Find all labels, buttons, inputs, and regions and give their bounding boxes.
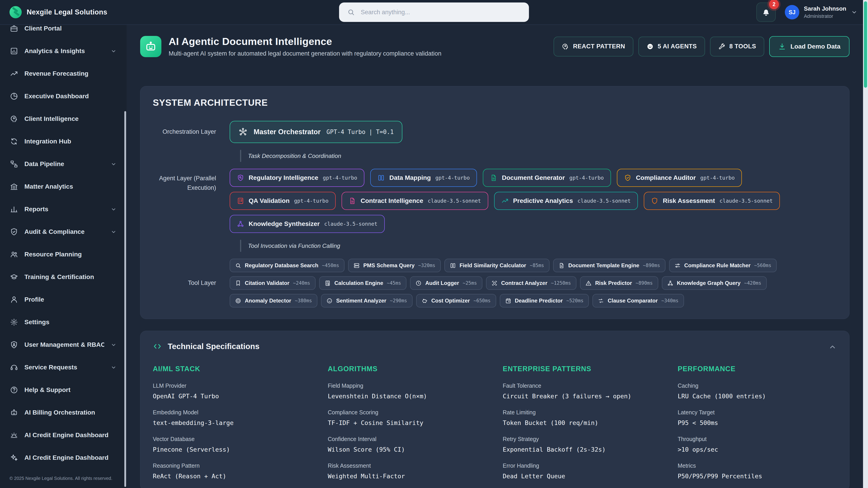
agent-regulatory-intelligence: Regulatory Intelligencegpt-4-turbo bbox=[230, 169, 364, 187]
sidebar-item-label: Resource Planning bbox=[24, 251, 82, 258]
load-demo-data-button[interactable]: Load Demo Data bbox=[769, 36, 849, 57]
sidebar-item-ai-credit-engine-dashboard[interactable]: AI Credit Engine Dashboard bbox=[0, 424, 127, 447]
sidebar-item-label: Executive Dashboard bbox=[24, 93, 89, 100]
sidebar-item-ai-billing-orchestration[interactable]: AI Billing Orchestration bbox=[0, 401, 127, 424]
sidebar-item-analytics-insights[interactable]: Analytics & Insights bbox=[0, 40, 127, 62]
tool-latency: ~25ms bbox=[463, 281, 477, 286]
sidebar-item-ai-credit-engine-dashboard[interactable]: AI Credit Engine Dashboard bbox=[0, 447, 127, 469]
sidebar-item-user-management-rbac[interactable]: User Management & RBAC bbox=[0, 333, 127, 356]
tool-name: Regulatory Database Search bbox=[245, 262, 318, 269]
sidebar-item-resource-planning[interactable]: Resource Planning bbox=[0, 243, 127, 266]
tool-clause-comparator: Clause Comparator~340ms bbox=[592, 294, 684, 307]
tool-name: Calculation Engine bbox=[334, 280, 383, 286]
agent-layer-label: Agent Layer (Parallel Execution) bbox=[153, 169, 216, 193]
shield-check-icon bbox=[624, 174, 631, 182]
tool-name: Compliance Rule Matcher bbox=[684, 262, 750, 269]
sidebar-item-client-intelligence[interactable]: Client Intelligence bbox=[0, 107, 127, 130]
tool-latency: ~240ms bbox=[293, 281, 310, 286]
checklist-icon bbox=[237, 197, 244, 204]
tool-name: Document Template Engine bbox=[568, 262, 639, 269]
tool-document-template-engine: Document Template Engine~890ms bbox=[553, 259, 665, 272]
sidebar-item-profile[interactable]: Profile bbox=[0, 288, 127, 311]
sidebar-scrollbar[interactable] bbox=[124, 111, 126, 487]
agent-knowledge-synthesizer: Knowledge Synthesizerclaude-3.5-sonnet bbox=[230, 215, 385, 233]
chevron-down-icon bbox=[111, 161, 117, 167]
agent-model: claude-3.5-sonnet bbox=[324, 221, 377, 227]
sunrise-icon bbox=[10, 431, 18, 439]
sidebar-item-label: Integration Hub bbox=[24, 138, 71, 145]
page-title: AI Agentic Document Intelligence bbox=[168, 36, 441, 47]
tool-name: Cost Optimizer bbox=[431, 297, 470, 304]
search-icon bbox=[235, 263, 241, 269]
spec-item-label: Throughput bbox=[678, 436, 837, 442]
page-scrollbar-thumb[interactable] bbox=[864, 1, 867, 88]
agent-model: gpt-4-turbo bbox=[435, 175, 470, 181]
agent-name: Predictive Analytics bbox=[513, 197, 573, 204]
technical-specifications-card: Technical Specifications AI/ML STACKLLM … bbox=[140, 331, 849, 488]
bank-icon bbox=[10, 183, 18, 191]
spec-item-label: Reasoning Pattern bbox=[153, 462, 312, 469]
flow-connector-line bbox=[240, 150, 241, 162]
sidebar-item-training-certification[interactable]: Training & Certification bbox=[0, 266, 127, 288]
badge-react-pattern: REACT PATTERN bbox=[554, 37, 633, 57]
spec-column-heading: ALGORITHMS bbox=[328, 365, 487, 373]
sidebar-item-audit-compliance[interactable]: Audit & Compliance bbox=[0, 221, 127, 243]
spec-item-value: Pinecone (Serverless) bbox=[153, 446, 312, 453]
sidebar-item-client-portal[interactable]: Client Portal bbox=[0, 25, 127, 40]
network-icon bbox=[667, 280, 673, 286]
sliders-icon bbox=[675, 263, 681, 269]
spec-column-heading: PERFORMANCE bbox=[678, 365, 837, 373]
head-gear-icon bbox=[10, 115, 18, 123]
bar-chart-icon bbox=[10, 47, 18, 55]
download-icon bbox=[778, 43, 786, 51]
sidebar-item-data-pipeline[interactable]: Data Pipeline bbox=[0, 153, 127, 175]
tool-risk-predictor: Risk Predictor~890ms bbox=[580, 276, 658, 290]
chevron-down-icon bbox=[111, 206, 117, 213]
sidebar-item-service-requests[interactable]: Service Requests bbox=[0, 356, 127, 379]
architecture-diagram: Orchestration Layer Master Orchestrator … bbox=[153, 121, 837, 307]
robot-icon bbox=[10, 409, 18, 417]
sidebar-item-label: Matter Analytics bbox=[24, 183, 73, 190]
sidebar-item-reports[interactable]: Reports bbox=[0, 198, 127, 221]
search-input[interactable] bbox=[361, 9, 521, 16]
search-icon bbox=[347, 8, 355, 16]
tool-name: Knowledge Graph Query bbox=[677, 280, 741, 286]
sidebar-item-matter-analytics[interactable]: Matter Analytics bbox=[0, 175, 127, 198]
agent-name: Knowledge Synthesizer bbox=[249, 220, 320, 228]
agent-qa-validation: QA Validationgpt-4-turbo bbox=[230, 192, 336, 210]
flow-connector-line bbox=[240, 240, 241, 252]
sidebar-item-executive-dashboard[interactable]: Executive Dashboard bbox=[0, 85, 127, 107]
sidebar-item-label: AI Billing Orchestration bbox=[24, 409, 95, 416]
topbar-right: 2 SJ Sarah Johnson Administrator bbox=[756, 2, 868, 22]
agent-risk-assessment: Risk Assessmentclaude-3.5-sonnet bbox=[644, 192, 780, 210]
tool-name: Risk Predictor bbox=[595, 280, 632, 286]
pipeline-icon bbox=[10, 160, 18, 168]
sparkles-icon bbox=[10, 454, 18, 462]
badge-label: 5 AI AGENTS bbox=[658, 43, 697, 50]
tool-latency: ~650ms bbox=[473, 298, 491, 303]
spec-item-value: Dead Letter Queue bbox=[503, 473, 662, 480]
user-menu[interactable]: SJ Sarah Johnson Administrator bbox=[785, 5, 858, 20]
notifications-button[interactable]: 2 bbox=[756, 2, 776, 22]
spec-column-heading: AI/ML STACK bbox=[153, 365, 312, 373]
spec-item-label: Risk Assessment bbox=[328, 462, 487, 469]
spec-item-value: Wilson Score (95% CI) bbox=[328, 446, 487, 453]
page-scrollbar[interactable] bbox=[863, 0, 868, 488]
orchestration-layer-label: Orchestration Layer bbox=[153, 127, 216, 137]
tool-cost-optimizer: Cost Optimizer~650ms bbox=[416, 294, 496, 307]
search-bar[interactable] bbox=[339, 2, 529, 22]
tool-latency: ~1250ms bbox=[551, 281, 571, 286]
spec-item-label: Vector Database bbox=[153, 436, 312, 442]
trend-up-icon bbox=[501, 197, 508, 204]
brand-name: Nexgile Legal Solutions bbox=[27, 8, 107, 16]
sidebar-item-revenue-forecasting[interactable]: Revenue Forecasting bbox=[0, 62, 127, 85]
sidebar-item-label: Service Requests bbox=[24, 364, 77, 371]
spec-item-label: Latency Target bbox=[678, 409, 837, 416]
chevron-up-icon[interactable] bbox=[828, 343, 837, 351]
sidebar-item-label: Reports bbox=[24, 205, 49, 213]
sidebar-item-help-support[interactable]: Help & Support bbox=[0, 379, 127, 401]
sidebar-item-settings[interactable]: Settings bbox=[0, 311, 127, 333]
tool-name: Audit Logger bbox=[425, 280, 459, 286]
sidebar-item-integration-hub[interactable]: Integration Hub bbox=[0, 130, 127, 153]
tool-latency: ~420ms bbox=[744, 281, 761, 286]
